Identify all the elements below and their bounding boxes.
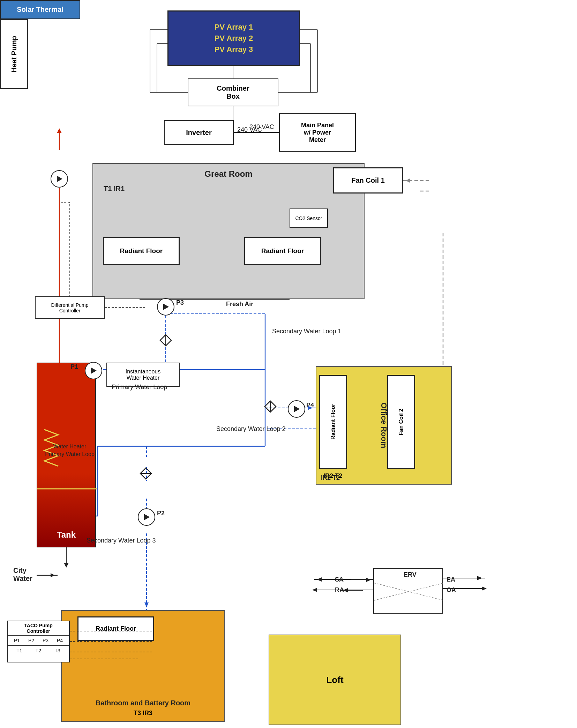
fan-coil-1-label: Fan Coil 1 xyxy=(351,176,385,184)
taco-pumps: P1 P2 P3 P4 xyxy=(8,636,69,646)
pv-array-panel: PV Array 1 PV Array 2 PV Array 3 xyxy=(167,10,300,66)
pv-array-2: PV Array 2 xyxy=(175,34,292,43)
svg-marker-62 xyxy=(477,576,482,580)
combiner-label: CombinerBox xyxy=(217,84,249,100)
svg-marker-21 xyxy=(64,563,69,568)
taco-t2: T2 xyxy=(36,648,41,653)
bathroom-sensors: T3 IR3 xyxy=(134,710,152,717)
svg-marker-58 xyxy=(317,577,322,582)
svg-marker-92 xyxy=(366,578,371,582)
taco-p2: P2 xyxy=(28,638,34,643)
taco-title: TACO PumpController xyxy=(8,621,69,636)
heat-pump-box: Heat Pump xyxy=(0,19,28,89)
combiner-box: CombinerBox xyxy=(188,78,278,106)
taco-dashed-lines xyxy=(70,624,157,666)
pump-p1-label: P1 xyxy=(70,363,78,371)
svg-marker-71 xyxy=(163,304,169,310)
pump-p4-label: P4 xyxy=(306,402,314,409)
main-panel-label: Main Panelw/ PowerMeter xyxy=(301,122,334,144)
erv-box: ERV xyxy=(373,568,443,614)
great-room-sensors: T1 IR1 xyxy=(104,185,125,193)
water-heater-primary-loop-label: Water HeaterPrimary Water Loop xyxy=(35,443,105,458)
radiant-floor-office: Radiant Floor xyxy=(319,375,347,469)
bathroom-label: Bathroom and Battery Room xyxy=(96,699,190,707)
erv-internals: ERV xyxy=(374,569,444,614)
solar-pump-top xyxy=(51,170,68,188)
ra-arrow xyxy=(340,587,375,594)
taco-p1: P1 xyxy=(14,638,20,643)
taco-t1: T1 xyxy=(16,648,22,653)
radiant-floor-great-right: Radiant Floor xyxy=(244,237,321,265)
secondary-loop-2-label: Secondary Water Loop 2 xyxy=(216,425,285,433)
heat-pump-label: Heat Pump xyxy=(10,36,18,72)
pump-p4 xyxy=(288,400,305,418)
great-room: Great Room T1 IR1 xyxy=(92,163,365,299)
taco-pump-controller: TACO PumpController P1 P2 P3 P4 T1 T2 T3 xyxy=(7,621,70,662)
svg-marker-75 xyxy=(91,367,97,374)
pv-array-3: PV Array 3 xyxy=(175,45,292,54)
pump-p2 xyxy=(138,508,155,526)
svg-marker-81 xyxy=(144,514,150,520)
taco-p4: P4 xyxy=(57,638,63,643)
valve-loop3 xyxy=(140,467,152,480)
fan-coil-1-box: Fan Coil 1 xyxy=(333,167,403,194)
rf-great-right-label: Radiant Floor xyxy=(261,247,304,255)
svg-marker-60 xyxy=(312,588,317,592)
svg-marker-94 xyxy=(343,588,348,592)
taco-p3: P3 xyxy=(43,638,48,643)
pump-p3-label: P3 xyxy=(176,299,184,306)
loft-box: Loft xyxy=(269,635,401,725)
dpc-label: Differential PumpController xyxy=(51,302,88,313)
secondary-loop-1-label: Secondary Water Loop 1 xyxy=(272,328,341,335)
pump-p1 xyxy=(85,362,102,379)
city-water-label: CityWater xyxy=(13,567,32,583)
co2-sensor-box: CO2 Sensor xyxy=(290,208,328,228)
co2-label: CO2 Sensor xyxy=(295,215,322,221)
pump-p2-label: P2 xyxy=(157,510,165,517)
solar-thermal-box: Solar Thermal xyxy=(0,0,80,19)
main-panel-box: Main Panelw/ PowerMeter xyxy=(279,113,356,152)
inverter-label: Inverter xyxy=(186,129,211,137)
voltage-label: 240 VAC xyxy=(237,126,262,134)
dpc-box: Differential PumpController xyxy=(35,296,105,319)
tank-label: Tank xyxy=(57,530,76,540)
sa-arrow xyxy=(340,576,375,583)
solar-thermal-label: Solar Thermal xyxy=(17,6,63,14)
valve-loop2 xyxy=(264,400,277,413)
diagram: 240 VAC xyxy=(0,0,577,728)
erv-ea-label: EA xyxy=(447,576,455,583)
inverter-box: Inverter xyxy=(164,120,234,145)
svg-marker-15 xyxy=(57,128,62,133)
iwh-label: InstantaneousWater Heater xyxy=(126,369,161,381)
pv-array-1: PV Array 1 xyxy=(175,23,292,32)
taco-t3: T3 xyxy=(54,648,60,653)
city-water-arrow xyxy=(37,568,65,582)
svg-marker-23 xyxy=(406,179,410,183)
great-room-label: Great Room xyxy=(204,169,252,179)
valve-p3 xyxy=(159,334,172,347)
svg-text:ERV: ERV xyxy=(404,571,417,578)
fan-coil-2-box: Fan Coil 2 xyxy=(387,375,415,469)
erv-oa-label: OA xyxy=(447,586,456,594)
fan-coil-2-label: Fan Coil 2 xyxy=(398,409,404,435)
primary-loop-label: Primary Water Loop xyxy=(112,384,167,391)
office-sensor-labels: IR2 T2 xyxy=(321,474,340,481)
loft-label: Loft xyxy=(326,675,343,685)
svg-marker-83 xyxy=(51,573,55,577)
taco-temps: T1 T2 T3 xyxy=(8,646,69,655)
rf-great-left-label: Radiant Floor xyxy=(120,247,163,255)
svg-marker-69 xyxy=(57,176,62,182)
secondary-loop-3-label: Secondary Water Loop 3 xyxy=(87,537,156,544)
rf-office-label: Radiant Floor xyxy=(330,404,336,440)
pump-p3 xyxy=(157,298,174,316)
fresh-air-label: Fresh Air xyxy=(226,301,253,308)
svg-marker-46 xyxy=(144,602,149,607)
svg-marker-64 xyxy=(482,586,487,591)
svg-marker-76 xyxy=(294,406,300,412)
radiant-floor-great-left: Radiant Floor xyxy=(103,237,180,265)
